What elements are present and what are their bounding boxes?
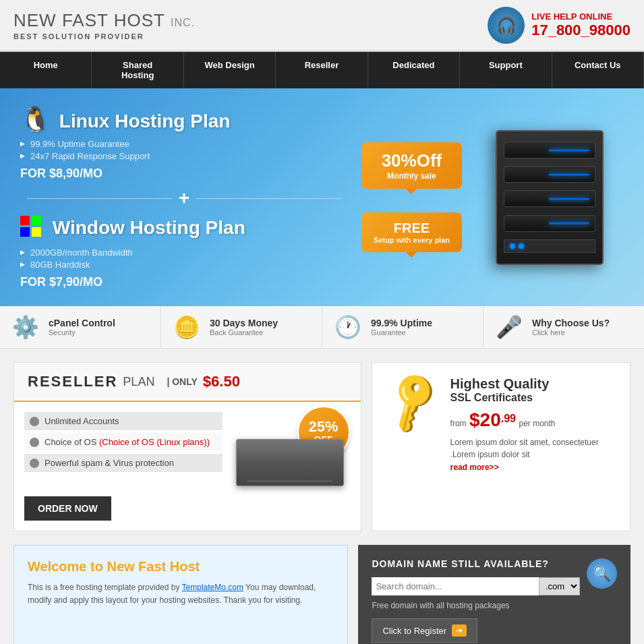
reseller-server-img: 25% OFF [229, 412, 351, 486]
rack-server [236, 439, 344, 486]
nav-web-design[interactable]: Web Design [184, 52, 276, 88]
logo-area: NEW FAST HOST INC. BEST SOLUTION PROVIDE… [13, 10, 195, 40]
hero-linux-feature-1: 99.9% Uptime Guarantee [20, 139, 348, 149]
server-drive-3 [504, 190, 595, 207]
feature-uptime-sub: Guarantee [371, 328, 432, 336]
hero-windows-title: Window Hosting Plan [20, 216, 348, 242]
reseller-feature-2: Choice of OS (Choice of OS (Linux plans)… [24, 433, 223, 451]
welcome-box: Welcome to New Fast Host This is a free … [13, 545, 348, 644]
welcome-title: Welcome to New Fast Host [28, 559, 334, 575]
server-drive-1 [504, 142, 595, 158]
live-help-label: LIVE HELP ONLINE [531, 11, 631, 22]
ssl-price: from $20.99 per month [450, 409, 616, 431]
ssl-period: per month [519, 419, 555, 428]
hero-badges: 30%Off Monthly sale FREE Setup with ever… [361, 142, 462, 252]
live-help: 🎧 LIVE HELP ONLINE 17_800_98000 [488, 7, 631, 44]
feature-dot-1 [30, 417, 39, 426]
main-nav: Home Shared Hosting Web Design Reseller … [0, 52, 644, 88]
nav-contact[interactable]: Contact Us [552, 52, 644, 88]
reseller-header: RESELLER PLAN | ONLY $6.50 [14, 363, 361, 402]
uptime-icon: 🕐 [332, 314, 363, 340]
feature-bar: ⚙️ cPanel Control Security 🪙 30 Days Mon… [0, 306, 644, 349]
domain-input[interactable] [372, 577, 539, 595]
tux-icon: 🐧 [20, 105, 51, 133]
nav-shared-hosting[interactable]: Shared Hosting [92, 52, 183, 88]
reseller-feature-text-2: Choice of OS (Choice of OS (Linux plans)… [45, 437, 210, 447]
ssl-content: Highest Quality SSL Certificates from $2… [450, 376, 616, 473]
reseller-feature-text-1: Unlimited Accounts [45, 416, 119, 426]
header: NEW FAST HOST INC. BEST SOLUTION PROVIDE… [0, 0, 644, 52]
feature-why-title: Why Choose Us? [532, 318, 610, 328]
site-title: NEW FAST HOST INC. [13, 10, 195, 31]
feature-money-title: 30 Days Money [210, 318, 278, 328]
svg-rect-0 [20, 216, 30, 225]
reseller-content: Unlimited Accounts Choice of OS (Choice … [14, 402, 361, 493]
domain-register-button[interactable]: Click to Register ➔ [372, 618, 477, 643]
reseller-label: RESELLER [28, 373, 117, 390]
feature-cpanel[interactable]: ⚙️ cPanel Control Security [0, 306, 161, 348]
main-content: RESELLER PLAN | ONLY $6.50 Unlimited Acc… [0, 349, 644, 545]
reseller-features: Unlimited Accounts Choice of OS (Choice … [24, 412, 223, 475]
windows-icon [20, 221, 47, 241]
server-tower [496, 130, 604, 265]
nav-dedicated[interactable]: Dedicated [368, 52, 460, 88]
why-choose-icon: 🎤 [494, 314, 524, 340]
hero-windows-feature-1: 2000GB/month Bandwidth [20, 247, 348, 258]
feature-cpanel-text: cPanel Control Security [49, 318, 115, 336]
domain-box: DOMAIN NAME STILL AVAILABLE? .com .net .… [358, 545, 631, 644]
reseller-price: $6.50 [203, 373, 240, 390]
headset-icon: 🎧 [488, 7, 525, 44]
feature-dot-3 [30, 459, 39, 468]
ssl-readmore-link[interactable]: read more>> [450, 463, 499, 472]
ssl-from: from [450, 419, 467, 428]
svg-rect-1 [32, 216, 41, 225]
badge-free: FREE Setup with every plan [361, 212, 462, 252]
reseller-feature-text-3: Powerful spam & Virus protection [45, 458, 174, 468]
order-now-button[interactable]: ORDER NOW [24, 496, 111, 521]
domain-title: DOMAIN NAME STILL AVAILABLE? [372, 558, 580, 569]
server-drive-2 [504, 166, 595, 183]
nav-reseller[interactable]: Reseller [276, 52, 368, 88]
badge-sub-text: Monthly sale [374, 171, 450, 181]
ssl-key-icon: 🔑 [376, 366, 449, 438]
feature-dot-2 [30, 438, 39, 447]
hero-linux-feature-2: 24x7 Rapid Response Support [20, 151, 348, 161]
ssl-box: 🔑 Highest Quality SSL Certificates from … [372, 362, 631, 531]
svg-rect-2 [20, 227, 30, 237]
svg-rect-3 [32, 227, 41, 237]
ssl-title: Highest Quality SSL Certificates [450, 376, 616, 404]
feature-why-sub: Click here [532, 328, 610, 336]
hero-windows-feature-2: 80GB Harddisk [20, 260, 348, 270]
server-led-2 [519, 243, 524, 249]
server-bottom [504, 239, 595, 253]
register-arrow-icon: ➔ [452, 624, 467, 637]
reseller-feature-1: Unlimited Accounts [24, 412, 223, 430]
feature-why[interactable]: 🎤 Why Choose Us? Click here [484, 306, 644, 348]
server-drive-4 [504, 215, 595, 232]
live-help-text: LIVE HELP ONLINE 17_800_98000 [531, 11, 631, 39]
nav-home[interactable]: Home [0, 52, 92, 88]
hero-divider: + [20, 187, 348, 209]
hero-linux-section: 🐧 Linux Hosting Plan 99.9% Uptime Guaran… [20, 105, 348, 181]
feature-money[interactable]: 🪙 30 Days Money Back Guarantee [161, 306, 322, 348]
reseller-only: | ONLY [167, 376, 197, 387]
domain-magnify-icon: 🔍 [587, 558, 617, 589]
hero-server [475, 130, 624, 265]
welcome-body: This is a free hosting template provided… [28, 581, 334, 607]
feature-uptime[interactable]: 🕐 99.9% Uptime Guarantee [322, 306, 484, 348]
hero-windows-price: FOR $7,90/MO [20, 275, 348, 289]
domain-free-text: Free domain with all hosting packages [372, 601, 580, 610]
badge-30off: 30%Off Monthly sale [361, 142, 462, 189]
hero-linux-price: FOR $8,90/MO [20, 167, 348, 181]
nav-support[interactable]: Support [460, 52, 552, 88]
badge-25-pct: 25% [309, 419, 339, 434]
domain-form: DOMAIN NAME STILL AVAILABLE? .com .net .… [372, 558, 580, 643]
feature-cpanel-title: cPanel Control [49, 318, 115, 328]
live-help-phone[interactable]: 17_800_98000 [531, 22, 631, 39]
feature-money-sub: Back Guarantee [210, 328, 278, 336]
templatemo-link[interactable]: TemplateMo.com [182, 583, 243, 592]
domain-tld-select[interactable]: .com .net .org [539, 577, 580, 595]
hero-content: 🐧 Linux Hosting Plan 99.9% Uptime Guaran… [20, 105, 348, 289]
feature-why-text: Why Choose Us? Click here [532, 318, 610, 336]
cpanel-icon: ⚙️ [10, 314, 40, 340]
